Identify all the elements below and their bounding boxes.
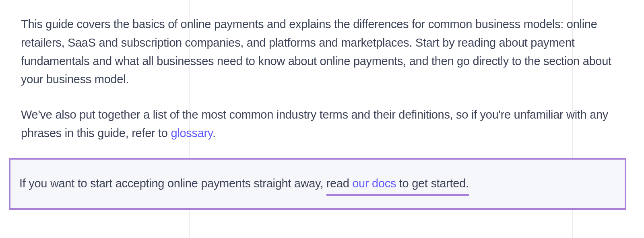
callout-underlined-after: to get started. (396, 177, 469, 190)
callout-underlined-before: read (326, 177, 353, 190)
paragraph-2-text-after: . (213, 127, 216, 140)
intro-paragraph-1: This guide covers the basics of online p… (21, 15, 623, 89)
callout-box: If you want to start accepting online pa… (9, 158, 626, 210)
callout-underlined-phrase: read our docs to get started. (326, 175, 469, 193)
intro-paragraph-2: We've also put together a list of the mo… (21, 106, 623, 143)
paragraph-2-text-before: We've also put together a list of the mo… (21, 108, 608, 140)
guide-content: This guide covers the basics of online p… (21, 15, 623, 210)
callout-text-before: If you want to start accepting online pa… (19, 177, 326, 190)
callout-text: If you want to start accepting online pa… (19, 175, 616, 193)
our-docs-link[interactable]: our docs (352, 177, 396, 190)
glossary-link[interactable]: glossary (171, 127, 212, 140)
